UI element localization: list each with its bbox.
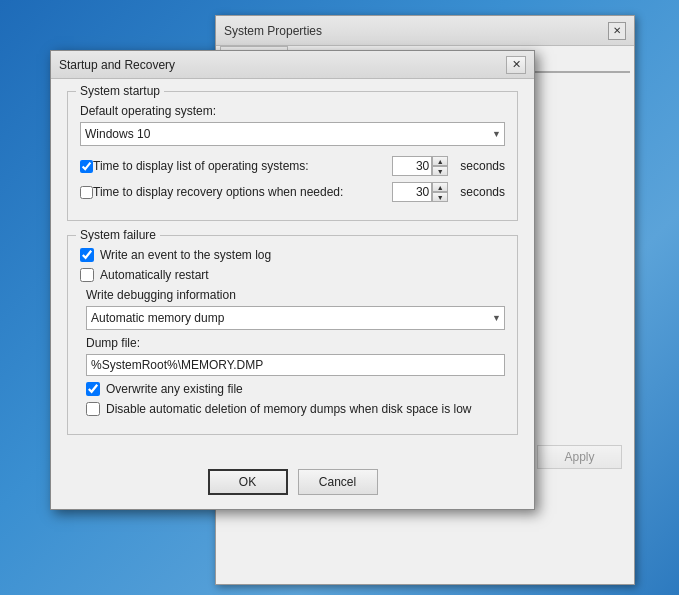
display-recovery-spinner-buttons: ▲ ▼ (432, 182, 448, 202)
overwrite-checkbox[interactable] (86, 382, 100, 396)
display-list-label: Time to display list of operating system… (93, 159, 392, 173)
debugging-select-wrapper: Automatic memory dump Complete memory du… (86, 306, 505, 330)
system-properties-title: System Properties (224, 24, 322, 38)
display-recovery-spinner: ▲ ▼ (392, 182, 448, 202)
default-os-select[interactable]: Windows 10 (80, 122, 505, 146)
auto-restart-checkbox[interactable] (80, 268, 94, 282)
system-properties-titlebar: System Properties ✕ (216, 16, 634, 46)
display-list-spinner-buttons: ▲ ▼ (432, 156, 448, 176)
display-list-unit: seconds (460, 159, 505, 173)
display-list-checkbox[interactable] (80, 160, 93, 173)
write-debugging-label: Write debugging information (86, 288, 505, 302)
write-event-row: Write an event to the system log (80, 248, 505, 262)
display-list-input[interactable] (392, 156, 432, 176)
disable-auto-delete-checkbox[interactable] (86, 402, 100, 416)
display-recovery-spinner-down[interactable]: ▼ (432, 192, 448, 202)
display-recovery-unit: seconds (460, 185, 505, 199)
cancel-button[interactable]: Cancel (298, 469, 378, 495)
disable-auto-delete-label: Disable automatic deletion of memory dum… (106, 402, 472, 416)
system-startup-content: Default operating system: Windows 10 Tim… (80, 104, 505, 202)
overwrite-row: Overwrite any existing file (86, 382, 505, 396)
auto-restart-row: Automatically restart (80, 268, 505, 282)
ok-button[interactable]: OK (208, 469, 288, 495)
system-failure-content: Write an event to the system log Automat… (80, 248, 505, 416)
overwrite-label: Overwrite any existing file (106, 382, 243, 396)
display-list-spinner-up[interactable]: ▲ (432, 156, 448, 166)
display-recovery-row: Time to display recovery options when ne… (80, 182, 505, 202)
dump-file-section: Dump file: (86, 336, 505, 376)
system-startup-label: System startup (76, 84, 164, 98)
display-recovery-label: Time to display recovery options when ne… (93, 185, 392, 199)
dialog-buttons: OK Cancel (51, 461, 534, 509)
dump-file-input[interactable] (86, 354, 505, 376)
dialog-titlebar: Startup and Recovery ✕ (51, 51, 534, 79)
system-startup-group: System startup Default operating system:… (67, 91, 518, 221)
default-os-label: Default operating system: (80, 104, 505, 118)
display-recovery-checkbox[interactable] (80, 186, 93, 199)
system-failure-group: System failure Write an event to the sys… (67, 235, 518, 435)
dialog-title: Startup and Recovery (59, 58, 175, 72)
startup-recovery-dialog: Startup and Recovery ✕ System startup De… (50, 50, 535, 510)
display-recovery-spinner-up[interactable]: ▲ (432, 182, 448, 192)
system-properties-close-button[interactable]: ✕ (608, 22, 626, 40)
dump-file-label: Dump file: (86, 336, 505, 350)
write-debugging-section: Write debugging information Automatic me… (80, 288, 505, 330)
write-event-checkbox[interactable] (80, 248, 94, 262)
display-list-spinner: ▲ ▼ (392, 156, 448, 176)
debugging-select[interactable]: Automatic memory dump Complete memory du… (86, 306, 505, 330)
dialog-close-button[interactable]: ✕ (506, 56, 526, 74)
disable-auto-delete-row: Disable automatic deletion of memory dum… (86, 402, 505, 416)
display-list-row: Time to display list of operating system… (80, 156, 505, 176)
display-recovery-input[interactable] (392, 182, 432, 202)
display-list-spinner-down[interactable]: ▼ (432, 166, 448, 176)
default-os-select-wrapper: Windows 10 (80, 122, 505, 146)
system-failure-label: System failure (76, 228, 160, 242)
auto-restart-label: Automatically restart (100, 268, 209, 282)
dialog-body: System startup Default operating system:… (51, 79, 534, 461)
write-event-label: Write an event to the system log (100, 248, 271, 262)
sp-apply-button[interactable]: Apply (537, 445, 622, 469)
